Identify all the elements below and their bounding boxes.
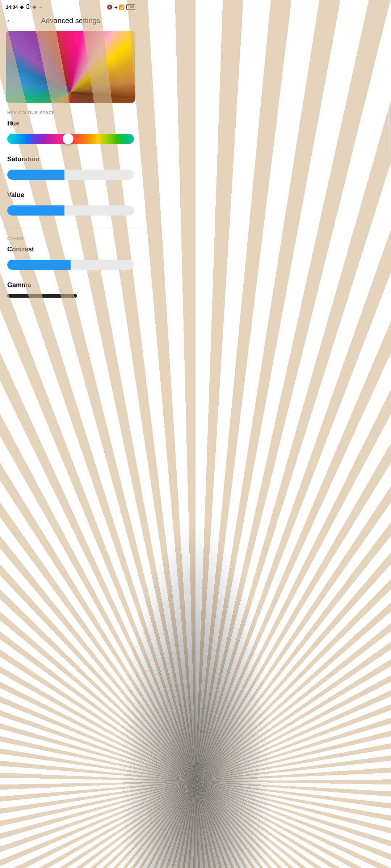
hue-track[interactable] [7, 134, 134, 144]
hue-thumb[interactable] [63, 133, 73, 144]
hue-slider-container[interactable] [7, 132, 134, 145]
saturation-empty [64, 170, 134, 180]
saturation-slider-container[interactable] [7, 168, 134, 181]
value-empty [64, 205, 134, 216]
value-slider-container[interactable] [7, 204, 134, 217]
value-track[interactable] [7, 205, 134, 216]
contrast-fill [7, 260, 71, 270]
contrast-track[interactable] [7, 260, 134, 270]
contrast-empty [71, 260, 134, 270]
contrast-slider-container[interactable] [7, 258, 134, 271]
value-fill [7, 205, 64, 216]
preview-image-container [6, 31, 135, 103]
saturation-fill [7, 170, 64, 180]
saturation-track[interactable] [7, 170, 134, 180]
pencil-overlay [6, 31, 135, 103]
pencil-preview-image [6, 31, 135, 103]
